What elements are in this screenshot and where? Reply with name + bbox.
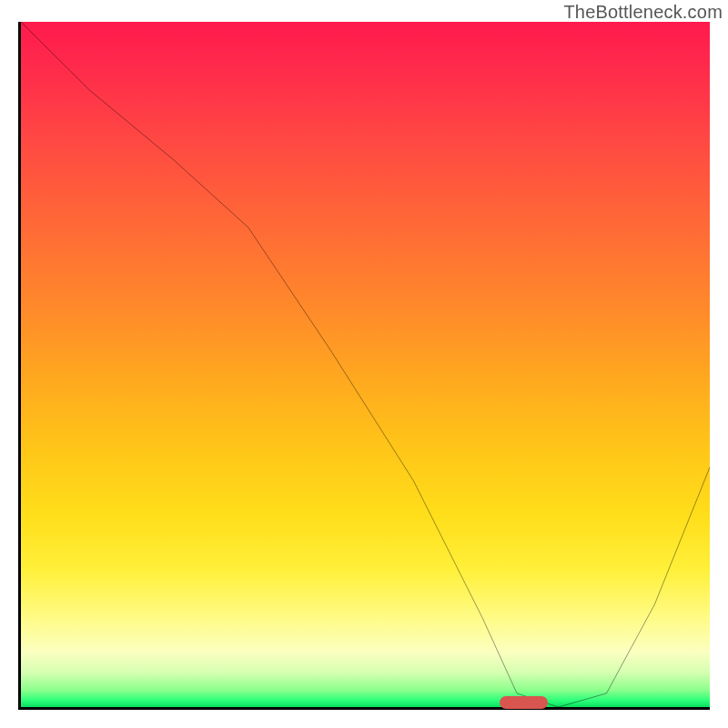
chart-canvas: TheBottleneck.com [0,0,728,728]
bottleneck-curve [21,22,710,707]
watermark-text: TheBottleneck.com [563,2,723,23]
optimal-marker [500,696,548,709]
